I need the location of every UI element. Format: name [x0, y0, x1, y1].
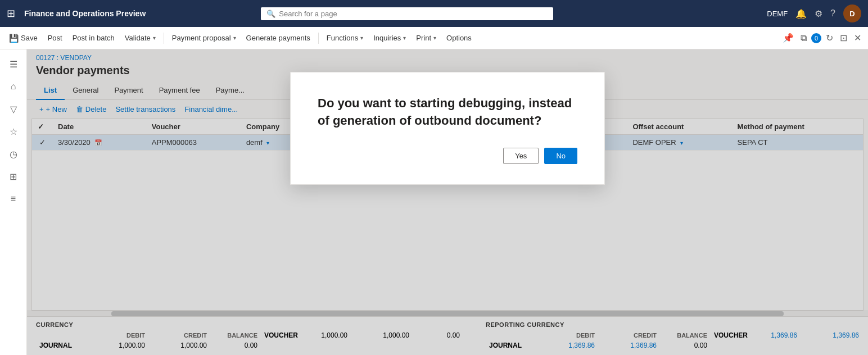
- app-title: Finance and Operations Preview: [24, 9, 146, 18]
- options-button[interactable]: Options: [442, 31, 476, 44]
- sidebar-icon-home[interactable]: ⌂: [3, 76, 24, 97]
- modal-overlay: Do you want to starting debugging, inste…: [27, 49, 868, 355]
- toolbar: 💾 Save Post Post in batch Validate ▾ Pay…: [0, 27, 868, 49]
- main-area: ☰ ⌂ ▽ ☆ ◷ ⊞ ≡ 00127 : VENDPAY Vendor pay…: [0, 49, 868, 355]
- post-button[interactable]: Post: [43, 31, 67, 44]
- toolbar-right: 📌 ⧉ 0 ↻ ⊡ ✕: [780, 30, 864, 45]
- sidebar: ☰ ⌂ ▽ ☆ ◷ ⊞ ≡: [0, 49, 27, 355]
- post-in-batch-button[interactable]: Post in batch: [68, 31, 119, 44]
- sidebar-icon-list[interactable]: ≡: [3, 189, 24, 209]
- fullscreen-icon[interactable]: ⧉: [798, 31, 809, 45]
- save-button[interactable]: 💾 Save: [4, 31, 42, 45]
- generate-payments-button[interactable]: Generate payments: [242, 31, 315, 44]
- payment-proposal-button[interactable]: Payment proposal ▾: [168, 31, 241, 44]
- grid-menu-icon[interactable]: ⊞: [7, 7, 15, 20]
- sidebar-icon-grid[interactable]: ⊞: [3, 166, 24, 186]
- refresh-icon[interactable]: ↻: [824, 30, 835, 45]
- print-button[interactable]: Print ▾: [412, 31, 441, 44]
- functions-button[interactable]: Functions ▾: [322, 31, 368, 44]
- modal-buttons: Yes No: [318, 148, 577, 164]
- print-chevron: ▾: [433, 35, 436, 41]
- sidebar-icon-history[interactable]: ◷: [3, 144, 24, 164]
- avatar[interactable]: D: [843, 4, 861, 22]
- no-button[interactable]: No: [544, 148, 577, 164]
- save-icon: 💾: [9, 34, 19, 43]
- search-icon: 🔍: [266, 10, 275, 18]
- sidebar-icon-filter[interactable]: ▽: [3, 99, 24, 119]
- payment-proposal-chevron: ▾: [233, 35, 236, 41]
- content-area: 00127 : VENDPAY Vendor payments List Gen…: [27, 49, 868, 355]
- yes-button[interactable]: Yes: [503, 148, 539, 164]
- top-nav: ⊞ Finance and Operations Preview 🔍 DEMF …: [0, 0, 868, 27]
- help-icon[interactable]: ?: [830, 8, 835, 19]
- sidebar-icon-star[interactable]: ☆: [3, 121, 24, 142]
- search-bar: 🔍: [261, 7, 553, 20]
- badge-icon[interactable]: 0: [811, 33, 821, 43]
- toolbar-separator-2: [318, 33, 319, 44]
- nav-right: DEMF 🔔 ⚙ ? D: [767, 4, 861, 22]
- close-icon[interactable]: ✕: [852, 30, 864, 45]
- user-label: DEMF: [767, 10, 788, 18]
- inquiries-button[interactable]: Inquiries ▾: [369, 31, 410, 44]
- modal-question: Do you want to starting debugging, inste…: [318, 95, 577, 130]
- sidebar-icon-nav[interactable]: ☰: [3, 54, 24, 74]
- settings-icon[interactable]: ⚙: [815, 8, 822, 19]
- pin-icon[interactable]: 📌: [780, 30, 796, 45]
- validate-button[interactable]: Validate ▾: [120, 31, 160, 44]
- toolbar-separator-1: [164, 33, 164, 44]
- validate-chevron: ▾: [153, 35, 156, 41]
- inquiries-chevron: ▾: [403, 35, 406, 41]
- functions-chevron: ▾: [360, 35, 363, 41]
- search-input[interactable]: [279, 10, 548, 18]
- notification-icon[interactable]: 🔔: [795, 8, 807, 19]
- detach-icon[interactable]: ⊡: [838, 30, 849, 45]
- modal-dialog: Do you want to starting debugging, inste…: [290, 72, 605, 185]
